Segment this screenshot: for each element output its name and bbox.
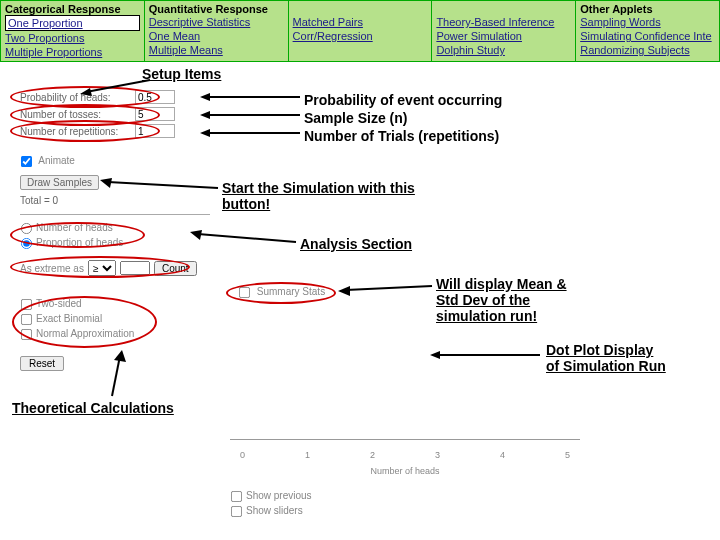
animate-checkbox[interactable] — [21, 156, 32, 167]
tick: 4 — [500, 450, 505, 460]
nav-link-one-mean[interactable]: One Mean — [149, 29, 284, 43]
arrow-icon — [200, 110, 300, 120]
ann-summary: Will display Mean & Std Dev of the simul… — [436, 276, 576, 324]
tick: 1 — [305, 450, 310, 460]
nav-title-categorical: Categorical Response — [5, 3, 140, 15]
nav-link-power-simulation[interactable]: Power Simulation — [436, 29, 571, 43]
svg-line-0 — [86, 80, 150, 92]
nav-col-quantitative: Quantitative Response Descriptive Statis… — [145, 1, 289, 61]
nav-col-categorical: Categorical Response One Proportion Two … — [1, 1, 145, 61]
arrow-icon — [430, 350, 542, 362]
svg-marker-13 — [338, 286, 350, 296]
nav-link-two-proportions[interactable]: Two Proportions — [5, 31, 140, 45]
animate-label: Animate — [38, 155, 75, 166]
svg-marker-17 — [114, 350, 126, 362]
svg-marker-9 — [100, 178, 112, 188]
ann-size: Sample Size (n) — [304, 110, 407, 126]
arrow-icon — [80, 80, 160, 94]
nav-title-other: Other Applets — [580, 3, 715, 15]
animate-row: Animate — [20, 155, 75, 168]
chart-ticks: 0 1 2 3 4 5 — [230, 450, 580, 460]
show-sliders-label: Show sliders — [246, 505, 303, 516]
nav-link-theory-inference[interactable]: Theory-Based Inference — [436, 15, 571, 29]
draw-samples-button[interactable]: Draw Samples — [20, 175, 99, 190]
svg-line-16 — [112, 356, 120, 396]
nav-col-theory: Theory-Based Inference Power Simulation … — [432, 1, 576, 61]
nav-link-corr-regression[interactable]: Corr/Regression — [293, 29, 428, 43]
reset-button[interactable]: Reset — [20, 356, 64, 371]
tick: 3 — [435, 450, 440, 460]
nav-link-multiple-proportions[interactable]: Multiple Proportions — [5, 45, 140, 59]
chart-axis — [230, 439, 580, 440]
highlight-oval — [226, 282, 336, 304]
nav-header: Categorical Response One Proportion Two … — [0, 0, 720, 62]
divider — [20, 214, 210, 215]
ann-start: Start the Simulation with this button! — [222, 180, 432, 212]
ann-dotplot: Dot Plot Display of Simulation Run — [546, 342, 666, 374]
arrow-icon — [100, 178, 220, 192]
svg-line-12 — [346, 286, 432, 290]
svg-marker-3 — [200, 93, 210, 101]
show-sliders-checkbox[interactable] — [231, 506, 242, 517]
tick: 2 — [370, 450, 375, 460]
svg-marker-15 — [430, 351, 440, 359]
svg-marker-7 — [200, 129, 210, 137]
nav-link-sampling-words[interactable]: Sampling Words — [580, 15, 715, 29]
ann-theoretical: Theoretical Calculations — [12, 400, 174, 416]
highlight-oval — [12, 296, 157, 348]
arrow-icon — [106, 350, 126, 398]
tick: 0 — [240, 450, 245, 460]
nav-link-confidence-int[interactable]: Simulating Confidence Inte — [580, 29, 715, 43]
highlight-oval — [10, 256, 190, 278]
svg-marker-5 — [200, 111, 210, 119]
arrow-icon — [338, 282, 434, 294]
show-previous-label: Show previous — [246, 490, 312, 501]
svg-line-10 — [198, 234, 296, 242]
arrow-icon — [200, 128, 300, 138]
nav-col-other: Other Applets Sampling Words Simulating … — [576, 1, 719, 61]
arrow-icon — [190, 230, 298, 246]
ann-analysis: Analysis Section — [300, 236, 412, 252]
svg-marker-11 — [190, 230, 202, 240]
nav-link-descriptive-stats[interactable]: Descriptive Statistics — [149, 15, 284, 29]
nav-link-matched-pairs[interactable]: Matched Pairs — [293, 15, 428, 29]
dot-plot-chart: 0 1 2 3 4 5 Number of heads — [230, 360, 580, 480]
nav-link-multiple-means[interactable]: Multiple Means — [149, 43, 284, 57]
show-checks: Show previous Show sliders — [230, 490, 312, 520]
highlight-oval — [10, 222, 145, 248]
highlight-oval — [10, 120, 160, 142]
nav-col-paired: Matched Pairs Corr/Regression — [289, 1, 433, 61]
nav-link-randomizing-subjects[interactable]: Randomizing Subjects — [580, 43, 715, 57]
tick: 5 — [565, 450, 570, 460]
nav-link-dolphin-study[interactable]: Dolphin Study — [436, 43, 571, 57]
chart-xlabel: Number of heads — [230, 466, 580, 476]
show-previous-checkbox[interactable] — [231, 491, 242, 502]
total-label: Total = 0 — [20, 195, 58, 206]
ann-trials: Number of Trials (repetitions) — [304, 128, 499, 144]
nav-link-one-proportion[interactable]: One Proportion — [5, 15, 140, 31]
arrow-icon — [200, 92, 300, 102]
svg-line-8 — [108, 182, 218, 188]
nav-title-quantitative: Quantitative Response — [149, 3, 284, 15]
ann-prob: Probability of event occurring — [304, 92, 502, 108]
